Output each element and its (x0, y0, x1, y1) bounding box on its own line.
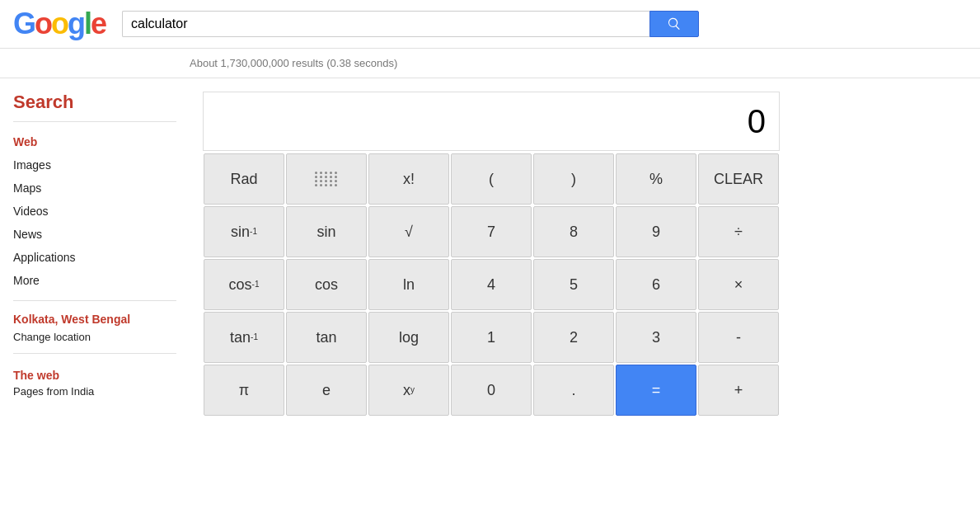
sidebar-item-applications[interactable]: Applications (13, 246, 176, 269)
btn-minus[interactable]: - (698, 312, 779, 363)
logo-letter-e: e (91, 7, 106, 40)
logo-letter-g2: g (68, 7, 84, 40)
btn-ln[interactable]: ln (368, 259, 449, 310)
btn-rad[interactable]: Rad (204, 153, 284, 205)
btn-clear[interactable]: CLEAR (698, 153, 779, 205)
sidebar-divider-bot (13, 353, 176, 354)
calculator: 0 Rad x! ( ) % CLEAR (190, 92, 980, 417)
search-label-section: Search (13, 92, 176, 113)
btn-8[interactable]: 8 (533, 206, 614, 257)
btn-3[interactable]: 3 (616, 312, 696, 363)
calc-row-3: cos-1 cos ln 4 5 6 × (203, 258, 780, 311)
btn-sqrt[interactable]: √ (368, 206, 449, 257)
logo-letter-o1: o (35, 7, 51, 40)
btn-tan[interactable]: tan (286, 312, 367, 363)
btn-factorial[interactable]: x! (368, 153, 449, 205)
sidebar-item-videos[interactable]: Videos (13, 200, 176, 223)
sidebar-nav: Web Images Maps Videos News Applications… (13, 130, 176, 292)
sidebar-location-section: Kolkata, West Bengal Change location (13, 309, 176, 345)
btn-plus[interactable]: + (698, 365, 779, 416)
calc-display: 0 (203, 92, 780, 151)
calc-display-value: 0 (748, 103, 766, 140)
search-icon (667, 16, 682, 31)
calc-row-4: tan-1 tan log 1 2 3 - (203, 311, 780, 364)
logo-letter-o2: o (51, 7, 68, 40)
btn-divide[interactable]: ÷ (698, 206, 779, 257)
filter-pages-india[interactable]: Pages from India (13, 384, 176, 399)
btn-pi[interactable]: π (204, 365, 284, 416)
calc-buttons: Rad x! ( ) % CLEAR sin-1 sin (203, 153, 780, 417)
search-input[interactable] (122, 11, 649, 37)
calc-row-1: Rad x! ( ) % CLEAR (203, 153, 780, 205)
change-location-link[interactable]: Change location (13, 329, 176, 345)
calc-row-5: π e xy 0 . = + (203, 364, 780, 417)
btn-6[interactable]: 6 (616, 259, 696, 310)
btn-percent[interactable]: % (616, 153, 696, 205)
google-logo: Google (13, 7, 106, 41)
search-button[interactable] (649, 11, 699, 37)
btn-9[interactable]: 9 (616, 206, 696, 257)
dot-grid-icon (315, 172, 338, 186)
btn-2[interactable]: 2 (533, 312, 614, 363)
logo-letter-l: l (84, 7, 91, 40)
header: Google (0, 0, 980, 49)
main-content: Search Web Images Maps Videos News Appli… (0, 78, 980, 430)
filter-web[interactable]: The web (13, 362, 176, 384)
sidebar-item-web[interactable]: Web (13, 130, 176, 153)
calc-row-2: sin-1 sin √ 7 8 9 ÷ (203, 205, 780, 258)
sidebar-filter-section: The web Pages from India (13, 362, 176, 399)
btn-4[interactable]: 4 (451, 259, 532, 310)
sidebar-item-maps[interactable]: Maps (13, 177, 176, 200)
btn-dotgrid[interactable] (286, 153, 367, 205)
btn-power[interactable]: xy (368, 365, 449, 416)
sidebar: Search Web Images Maps Videos News Appli… (0, 92, 190, 417)
btn-0[interactable]: 0 (451, 365, 532, 416)
result-count: About 1,730,000,000 results (0.38 second… (190, 57, 397, 69)
btn-sin[interactable]: sin (286, 206, 367, 257)
btn-close-paren[interactable]: ) (533, 153, 614, 205)
location-title: Kolkata, West Bengal (13, 309, 176, 329)
search-bar (122, 11, 699, 37)
logo-letter-g: G (13, 7, 35, 40)
btn-7[interactable]: 7 (451, 206, 532, 257)
sidebar-item-more[interactable]: More (13, 269, 176, 292)
btn-log[interactable]: log (368, 312, 449, 363)
sidebar-item-images[interactable]: Images (13, 153, 176, 177)
btn-open-paren[interactable]: ( (451, 153, 532, 205)
btn-cos[interactable]: cos (286, 259, 367, 310)
sidebar-divider-mid (13, 300, 176, 301)
result-bar: About 1,730,000,000 results (0.38 second… (0, 49, 980, 78)
btn-arccos[interactable]: cos-1 (204, 259, 284, 310)
btn-dot[interactable]: . (533, 365, 614, 416)
sidebar-item-news[interactable]: News (13, 223, 176, 246)
btn-multiply[interactable]: × (698, 259, 779, 310)
sidebar-divider-top (13, 121, 176, 122)
btn-5[interactable]: 5 (533, 259, 614, 310)
search-label: Search (13, 92, 73, 112)
btn-arctan[interactable]: tan-1 (204, 312, 284, 363)
btn-equals[interactable]: = (616, 365, 696, 416)
btn-e[interactable]: e (286, 365, 367, 416)
btn-1[interactable]: 1 (451, 312, 532, 363)
btn-arcsin[interactable]: sin-1 (204, 206, 284, 257)
